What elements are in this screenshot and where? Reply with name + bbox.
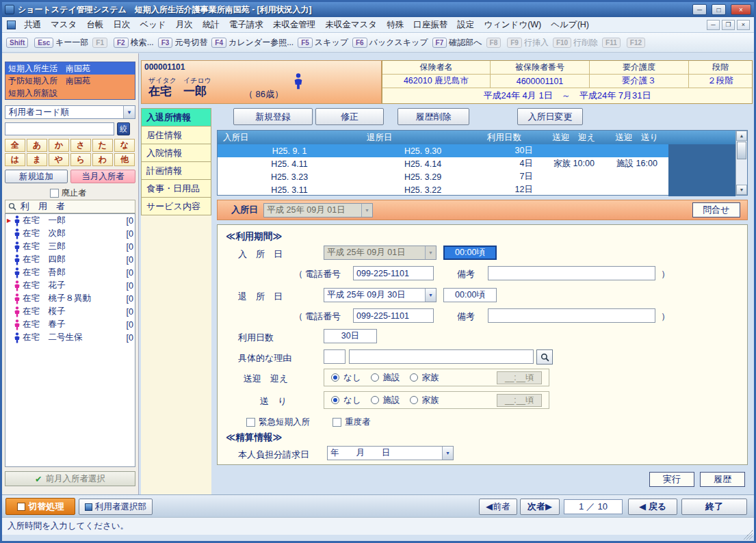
menu-item-bed[interactable]: ベッド (135, 18, 170, 32)
menu-item-stats[interactable]: 統計 (198, 18, 224, 32)
prev-month-select-button[interactable]: ✔ 前月入所者選択 (5, 471, 135, 486)
dropoff-facility-radio[interactable] (371, 396, 379, 404)
next-user-button[interactable]: 次者▶ (520, 499, 560, 515)
sort-order-dropdown[interactable]: 利用者コード順 ▼ (5, 105, 135, 119)
discharge-time-field[interactable]: 00:00頃 (443, 288, 497, 302)
tab-meal-supplies[interactable]: 食事・日用品 (141, 179, 211, 198)
kana-button-ya[interactable]: や (49, 153, 69, 166)
kana-button-all[interactable]: 全 (5, 139, 25, 152)
key-f6-backskip[interactable]: F6バックスキップ (352, 37, 428, 49)
dropoff-none-radio[interactable] (331, 396, 339, 404)
pickup-family-radio[interactable] (410, 373, 418, 382)
kana-button-other[interactable]: 他 (114, 153, 135, 166)
kana-button-na[interactable]: な (114, 139, 135, 152)
kana-button-ma[interactable]: ま (27, 153, 47, 166)
list-item[interactable]: 在宅 桜子[0 (5, 305, 135, 318)
list-item[interactable]: 在宅 吾郎[0 (5, 266, 135, 279)
menu-item-settings[interactable]: 設定 (452, 18, 479, 32)
kana-button-ra[interactable]: ら (70, 153, 91, 166)
list-item[interactable]: 在宅 花子[0 (5, 279, 135, 292)
billing-date-field[interactable]: 年 月 日 ▼ (327, 446, 454, 460)
reason-lookup-button[interactable] (536, 349, 553, 365)
user-selector-button[interactable]: 利用者選択部 (79, 499, 153, 515)
chevron-down-icon[interactable]: ▼ (425, 289, 436, 302)
admission-tel-field[interactable]: 099-225-1101 (353, 266, 434, 280)
menu-item-ledger[interactable]: 台帳 (81, 18, 108, 32)
menu-item-receivables-master[interactable]: 未収金マスタ (320, 18, 382, 32)
dropoff-family-radio[interactable] (410, 396, 418, 404)
table-row[interactable]: H25. 4.11 H25. 4.14 4日 家族 10:00 施設 16:00 (218, 157, 735, 170)
new-record-button[interactable]: 新規登録 (233, 108, 313, 125)
change-admission-date-button[interactable]: 入所日変更 (517, 108, 583, 125)
kana-button-ta[interactable]: た (92, 139, 113, 152)
table-row[interactable]: H25. 3.23 H25. 3.29 7日 (218, 170, 735, 183)
mdi-minimize-button[interactable]: ─ (707, 20, 720, 30)
prev-user-button[interactable]: ◀前者 (479, 499, 517, 515)
list-item[interactable]: 在宅 三郎[0 (5, 240, 135, 253)
mdi-close-button[interactable]: × (737, 20, 750, 30)
scroll-down-icon[interactable]: ▼ (736, 185, 747, 195)
kana-button-a[interactable]: あ (27, 139, 47, 152)
filter-button[interactable]: 絞 (117, 122, 130, 135)
add-user-button[interactable]: 新規追加 (5, 170, 68, 183)
key-esc[interactable]: Escキー一部 (34, 37, 88, 49)
discharge-note-field[interactable] (488, 308, 655, 323)
list-item[interactable]: 在宅 桃子８異動[0 (5, 292, 135, 305)
key-f4-calendar[interactable]: F4カレンダー参照... (211, 37, 294, 49)
tab-admission-info[interactable]: 入退所情報 (141, 108, 211, 127)
list-item[interactable]: ▶ 在宅 一郎[0 (5, 214, 135, 227)
delete-history-button[interactable]: 履歴削除 (397, 108, 469, 125)
key-f5-skip[interactable]: F5スキップ (298, 37, 348, 49)
days-used-field[interactable]: 30日 (324, 329, 377, 343)
list-item[interactable]: 在宅 二号生保[0 (5, 331, 135, 344)
tab-residence-info[interactable]: 居住情報 (141, 126, 211, 144)
back-button[interactable]: ◀ 戻る (628, 499, 677, 515)
minimize-button[interactable]: ─ (692, 4, 707, 15)
pickup-none-radio[interactable] (331, 373, 339, 382)
close-button[interactable]: × (731, 4, 751, 15)
kana-button-wa[interactable]: わ (92, 153, 113, 166)
chevron-down-icon[interactable]: ▼ (123, 106, 135, 118)
key-shift[interactable]: Shift (6, 38, 30, 48)
tab-service-content[interactable]: サービス内容 (141, 197, 211, 215)
history-button[interactable]: 履歴 (700, 472, 745, 487)
tab-plan-info[interactable]: 計画情報 (141, 161, 211, 180)
menu-item-ebilling[interactable]: 電子請求 (224, 18, 268, 32)
pickup-facility-radio[interactable] (371, 373, 379, 382)
vertical-scrollbar[interactable]: ▲ ▼ (735, 131, 747, 195)
menu-item-daily[interactable]: 日次 (108, 18, 135, 32)
kana-button-ka[interactable]: か (49, 139, 69, 152)
admission-note-field[interactable] (488, 266, 655, 280)
facility-item-new[interactable]: 短期入所新設 (5, 87, 135, 99)
menu-item-common[interactable]: 共通 (19, 18, 46, 32)
reason-text-field[interactable] (349, 349, 534, 364)
retired-checkbox[interactable] (50, 189, 59, 198)
facility-item-preventive[interactable]: 予防短期入所 南国苑 (5, 75, 135, 87)
menu-item-window[interactable]: ウィンドウ(W) (479, 18, 546, 32)
reason-code-field[interactable] (324, 349, 346, 364)
mdi-restore-button[interactable]: ❐ (722, 20, 735, 30)
admission-time-field[interactable]: 00:00頃 (443, 246, 497, 260)
menu-item-master[interactable]: マスタ (46, 18, 81, 32)
discharge-tel-field[interactable]: 099-225-1101 (353, 308, 434, 323)
menu-item-special[interactable]: 特殊 (382, 18, 408, 32)
table-row[interactable]: H25. 9. 1 H25. 9.30 30日 (218, 144, 735, 157)
menu-item-help[interactable]: ヘルプ(H) (546, 18, 594, 32)
current-month-users-button[interactable]: 当月入所者 (70, 170, 135, 183)
key-f7-confirm[interactable]: F7確認部へ (432, 37, 482, 49)
resize-grip[interactable] (743, 530, 753, 540)
list-item[interactable]: 在宅 次郎[0 (5, 227, 135, 240)
key-f2-search[interactable]: F2検索... (114, 37, 154, 49)
emergency-checkbox[interactable] (246, 418, 255, 427)
menu-item-monthly[interactable]: 月次 (171, 18, 198, 32)
list-item[interactable]: 在宅 春子[0 (5, 318, 135, 331)
table-row[interactable]: H25. 3.11 H25. 3.22 12日 (218, 183, 735, 196)
user-search-input[interactable] (5, 122, 114, 135)
exit-button[interactable]: 終了 (681, 499, 747, 515)
severe-checkbox[interactable] (333, 418, 341, 427)
restore-button[interactable]: □ (712, 4, 726, 15)
kana-button-ha[interactable]: は (5, 153, 25, 166)
key-f3-era[interactable]: F3元号切替 (158, 37, 208, 49)
chevron-down-icon[interactable]: ▼ (442, 447, 453, 460)
kana-button-sa[interactable]: さ (70, 139, 91, 152)
